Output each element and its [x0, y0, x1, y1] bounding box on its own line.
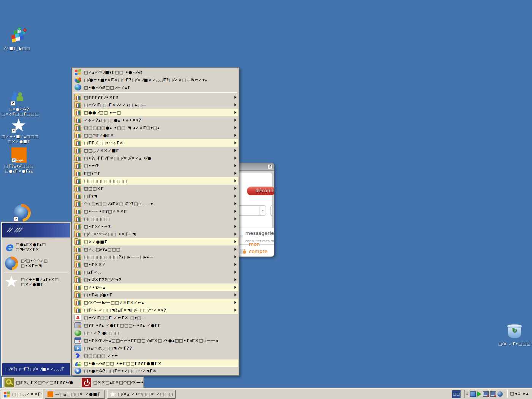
programs-menu-folder-item[interactable]: ◠÷□▾□□ ⁄◂Γ✕□ ⁄⁄◠?□▫——▾ — [73, 200, 238, 207]
language-indicator[interactable]: □□ — [452, 390, 461, 398]
programs-menu-app-item[interactable]: □□□□□ ✓•⌐ — [73, 352, 238, 359]
start-item-star[interactable]: □✓÷•■✓▴Γ▾✕□ □✕✓●■Γ — [3, 274, 70, 290]
submenu-arrow-icon — [234, 301, 236, 304]
internet-explorer-icon: e — [5, 240, 13, 253]
play-status-icon[interactable] — [477, 391, 481, 397]
submenu-arrow-icon — [234, 233, 236, 236]
menu-item-label: □⌐⁄✓Γ□□Γ✕ ⁄✓✓▴□ ▸□— — [84, 103, 146, 108]
programs-menu-folder-item[interactable]: □□□□□□ — [73, 215, 238, 223]
start-button-label: □□ ◡✓✕✕Γ✕ — [12, 392, 43, 397]
programs-menu-folder-item[interactable]: □□◠Γ✓●Γ✕ — [73, 131, 238, 139]
submenu-arrow-icon — [234, 271, 236, 274]
log-off-label: □Γ✕◡Γ✕□◠✓□?Γ??•⁄● — [16, 380, 73, 385]
programs-menu-app-item[interactable]: □▾▴◠ ⁄⁄◡□□◥ ⁄✕Γ?? — [73, 344, 238, 352]
submenu-arrow-icon — [234, 157, 236, 160]
desktop-icon-orange[interactable]: orange □Γ?▴•⁄⁄□□□ □●▴Γ✕●Γ▴▴ — [2, 147, 36, 174]
network-disconnected-icon[interactable] — [490, 391, 496, 397]
program-folder-icon — [74, 217, 81, 222]
taskbar-task-orange[interactable]: —□▴□□□✕ ✓●■Γ — [45, 390, 105, 399]
desktop-icon-messenger[interactable]: □•●⌐⁄◂? □•÷Γ□□Γ□□□ — [2, 90, 36, 117]
programs-menu-app-item[interactable]: □⌐⁄✓Γ□□Γ ✓⌐Γ✕ □▾□— — [73, 314, 238, 321]
log-off-button[interactable]: □Γ✕◡Γ✕□◠✓□?Γ??•⁄● — [5, 378, 73, 387]
programs-menu-folder-item[interactable]: □•Γ✕⁄ •⌐? — [73, 223, 238, 230]
programs-menu-folder-item[interactable]: □Γ◠⌐✓□□◥?▴Γ✕◥□⁄⌐□□⁄◠✓✕▾? — [73, 306, 238, 314]
programs-menu-folder-item[interactable]: □□□□□□□□?▴□▸——□▸▸— — [73, 253, 238, 261]
programs-menu-folder-item[interactable]: □⁄□•◠◠✓□□ •✕Γ⌐◥ — [73, 230, 238, 238]
programs-menu-folder-item[interactable]: ✓÷✓?▴□□□●▴ •÷•✕▾? — [73, 116, 238, 124]
programs-menu-folder-item[interactable]: □✓◡□⁄⁄?▴□□□ — [73, 245, 238, 253]
taskbar-clock[interactable]: □◂▫ ▸▴ — [510, 391, 529, 396]
desktop-icon-star[interactable]: □✓÷•■✓▴□□□ □✕✓●■Γ — [2, 119, 36, 144]
programs-menu-folder-item[interactable]: □□□✕Γ — [73, 185, 238, 192]
programs-menu-folder-item[interactable]: □•?◡ΓΓ ⁄Γ✕□□⁄✕ ⁄⁄✕✓▴ •⁄● — [73, 154, 238, 162]
programs-menu-folder-item[interactable]: □•⌐⁄? — [73, 162, 238, 169]
program-folder-icon — [74, 224, 81, 230]
recycle-bin-icon — [507, 325, 522, 340]
menu-item-label: □◠ ✓? ●□□□ — [84, 331, 119, 336]
programs-menu-folder-item[interactable]: □•⌐⌐•Γ?□✓✕✕Γ — [73, 207, 238, 215]
start-item-label: □◥⁄◠⁄✕Γ✕ — [16, 247, 39, 252]
programs-menu-app-item[interactable]: □•●⌐⁄◂?□□Γ⌐•✓□□ ◠✓◥Γ✕ — [73, 367, 238, 375]
globe-icon — [74, 77, 81, 83]
start-item-label: □✓÷•■✓▴Γ▾✕□ — [21, 277, 59, 282]
winflag-icon — [74, 69, 81, 75]
programs-menu-folder-item[interactable]: □ΓΓ ⁄□□•◠÷Γ✕ — [73, 139, 238, 147]
program-folder-icon — [74, 179, 81, 184]
program-folder-icon — [74, 148, 81, 154]
help-button[interactable]: ? — [268, 164, 272, 169]
network-computers-icon[interactable] — [470, 391, 476, 397]
programs-menu-folder-item[interactable]: □●● ⁄□□ ▾—□ — [73, 109, 238, 116]
messenger-icon — [11, 90, 27, 106]
all-programs-band[interactable]: □⁄▾?□◠Γ?□⁄✕ ⁄■✕✓◡◡Γ — [2, 363, 70, 375]
network-disconnected-icon[interactable] — [483, 391, 489, 397]
programs-menu-item[interactable]: □•●⌐⁄◂?□□ ⁄⌐✓▴Γ — [73, 84, 238, 91]
programs-menu-folder-item[interactable]: □Γ▾◥ — [73, 192, 238, 200]
programs-menu-folder-item[interactable]: □•Γ◂□⁄●•Γ — [73, 291, 238, 299]
taskbar-task-star[interactable]: □⁄✕▴ ✓•◠□□✕ ✓□□□ — [107, 390, 176, 399]
menu-item-label: □•Γ✕✕✓ — [84, 262, 106, 267]
programs-menu-folder-item[interactable]: □□□□□□□□□□ — [73, 177, 238, 185]
shortcut-arrow-icon — [11, 158, 16, 163]
programs-menu-folder-item[interactable]: □•Γ✕✕✓ — [73, 261, 238, 268]
submenu-arrow-icon — [234, 225, 236, 228]
start-item-internet[interactable]: e □●▴Γ✕●Γ▴□ □◥⁄◠⁄✕Γ✕ — [3, 239, 70, 255]
programs-menu-app-item[interactable]: □◠ ✓? ●□□□ — [73, 329, 238, 337]
brace-decoration — [270, 204, 274, 217]
program-folder-icon — [74, 118, 81, 123]
shut-down-button[interactable]: □✕✕□▴Γ✕□◠□⁄✕—• — [82, 378, 144, 387]
desktop-icon-firefox[interactable] — [13, 204, 31, 222]
desktop-icon-recycle-bin[interactable]: □⁄✕ ✓Γ•□□□ — [497, 325, 532, 347]
start-item-firefox[interactable]: □⁄□•◠◠✓□ □•✕Γ⌐◥ — [3, 255, 70, 271]
programs-menu-folder-item[interactable]: □⁄✕◠—Ь⁄—□□✓✕Γ✕✓⌐▴ — [73, 299, 238, 306]
programs-menu-folder-item[interactable]: □ΓΓΓ?? ⁄•✕Γ? — [73, 93, 238, 101]
shut-down-label: □✕✕□▴Γ✕□◠□⁄✕—• — [93, 380, 144, 385]
menu-item-label: □•⌐⌐•Γ?□✓✕✕Γ — [84, 209, 127, 214]
programs-menu-folder-item[interactable]: □▾ ⁄⁄✕Γ??□⁄◠▾? — [73, 276, 238, 283]
programs-menu-folder-item[interactable]: □□□□□●▴ •□□ ◥ ◂✓✕Γ□▾□▴ — [73, 124, 238, 131]
submenu-arrow-icon — [234, 119, 236, 122]
programs-menu-app-item[interactable]: □•Γ✕⁄? ⁄⌐▴□□⌐⌐•ΓΓ□□ ⁄◂Γ✕□ ⁄•●▴□□•Γ◂Γ✕□▫—… — [73, 337, 238, 344]
program-folder-icon — [74, 293, 81, 298]
programs-menu-folder-item[interactable]: □✕✓●■Γ — [73, 238, 238, 245]
start-item-label: □•✕Γ⌐◥ — [21, 263, 42, 268]
dropdown-arrow-icon[interactable] — [260, 206, 266, 215]
programs-menu-app-item[interactable]: □?? •?▴ ✓●ΓΓ□□□⌐•?▴ ✓●ΓΓ — [73, 321, 238, 329]
disconnect-button[interactable]: déconne — [247, 187, 274, 195]
programs-menu-folder-item[interactable]: □⌐⁄✓Γ□□Γ✕ ⁄✓✓▴□ ▸□— — [73, 101, 238, 109]
menu-item-label: □ΓΓ ⁄□□•◠÷Γ✕ — [84, 141, 124, 146]
programs-menu-folder-item[interactable]: □✓•?⁄⌐▴ — [73, 283, 238, 291]
programs-menu-folder-item[interactable]: □□◡✓✕✕✓■Γ — [73, 147, 238, 154]
tool-icon — [74, 322, 81, 328]
desktop-icon-cubes[interactable]: ⁄✓■Γ_Ь□□ — [2, 27, 33, 51]
programs-menu-app-item[interactable]: □•●⌐⁄◂?□□ •÷Γ□□Γ??Γ●■Γ✕ — [73, 359, 238, 367]
programs-menu-folder-item[interactable]: Γ□▾◠Γ — [73, 169, 238, 177]
submenu-arrow-icon — [234, 255, 236, 258]
task-label: □⁄✕▴ ✓•◠□□✕ ✓□□□ — [118, 392, 173, 397]
globe-tray-icon[interactable] — [497, 391, 503, 397]
start-button[interactable]: □□ ◡✓✕✕Γ✕ — [1, 390, 43, 399]
tray-collapse-chevron-icon[interactable] — [466, 391, 469, 397]
programs-menu-item[interactable]: □⁄●⌐•■▾✕Γ✕□◠Γ?□⁄✕ ⁄■✕✓◡◡Γ?□⁄✓✕□—Ь⌐✓▾▴ — [73, 76, 238, 84]
submenu-arrow-icon — [234, 111, 236, 114]
programs-menu-item[interactable]: □✓▴✓◠ ⁄■▾Γ□□ •●⌐⁄◂? — [73, 68, 238, 76]
programs-menu-folder-item[interactable]: □▴Γ✓◡ — [73, 268, 238, 276]
